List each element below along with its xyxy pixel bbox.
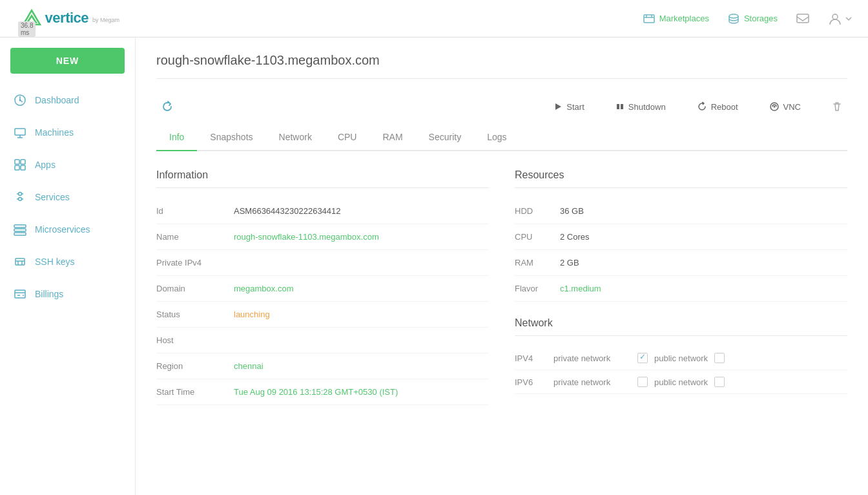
tab-info[interactable]: Info xyxy=(156,124,197,151)
services-icon xyxy=(13,190,27,204)
svg-point-14 xyxy=(19,193,22,196)
svg-rect-17 xyxy=(14,229,26,231)
refresh-icon xyxy=(161,101,173,112)
tab-cpu[interactable]: CPU xyxy=(325,124,370,151)
info-content: Information Id ASM6636443230222634412 Na… xyxy=(156,169,847,405)
delete-icon xyxy=(832,101,842,112)
storages-nav[interactable]: Storages xyxy=(727,12,778,25)
reboot-icon xyxy=(697,101,707,112)
status-value: launching xyxy=(234,310,270,319)
resource-row-cpu: CPU 2 Cores xyxy=(515,224,847,250)
svg-rect-12 xyxy=(15,165,19,170)
svg-rect-13 xyxy=(21,165,25,170)
info-row-domain: Domain megambox.com xyxy=(156,276,489,302)
ipv6-private-label: private network xyxy=(553,377,631,387)
content-inner: rough-snowflake-1103.megambox.com Start xyxy=(136,37,868,495)
sidebar-label-ssh-keys: SSH keys xyxy=(35,257,74,267)
information-title: Information xyxy=(156,169,489,188)
network-row-ipv6: IPV6 private network public network xyxy=(515,370,847,394)
sidebar-label-machines: Machines xyxy=(35,127,74,138)
resource-row-flavor: Flavor c1.medium xyxy=(515,276,847,302)
sidebar-label-microservices: Microservices xyxy=(35,224,90,235)
start-label: Start xyxy=(566,102,584,112)
svg-rect-11 xyxy=(21,160,25,164)
sidebar-label-dashboard: Dashboard xyxy=(35,95,79,105)
refresh-button[interactable] xyxy=(156,98,178,115)
user-icon xyxy=(828,12,842,26)
new-button[interactable]: NEW xyxy=(10,48,125,74)
logo: 36.8 ms vertice by Megam xyxy=(16,9,119,28)
delete-button[interactable] xyxy=(827,99,847,114)
marketplaces-nav[interactable]: Marketplaces xyxy=(643,12,709,25)
id-value: ASM6636443230222634412 xyxy=(234,206,341,216)
start-button[interactable]: Start xyxy=(548,100,589,114)
resources-section: Resources HDD 36 GB CPU 2 Cores RAM 2 GB xyxy=(515,169,847,405)
ipv4-private-checkbox[interactable] xyxy=(637,353,648,363)
cpu-value: 2 Cores xyxy=(560,232,590,242)
host-label: Host xyxy=(156,335,234,345)
sidebar-item-ssh-keys[interactable]: SSH keys xyxy=(0,246,135,278)
sidebar-label-billings: Billings xyxy=(35,289,63,299)
region-value: chennai xyxy=(234,361,264,371)
sidebar-item-dashboard[interactable]: Dashboard xyxy=(0,84,135,116)
flavor-label: Flavor xyxy=(515,284,560,293)
svg-rect-22 xyxy=(617,104,619,109)
sidebar-item-apps[interactable]: Apps xyxy=(0,149,135,181)
sidebar-item-services[interactable]: Services xyxy=(0,181,135,213)
sidebar-item-microservices[interactable]: Microservices xyxy=(0,213,135,246)
messages-icon xyxy=(796,12,810,26)
sidebar-item-billings[interactable]: Billings xyxy=(0,278,135,310)
start-icon xyxy=(553,102,563,111)
messages-icon-btn[interactable] xyxy=(796,12,810,26)
flavor-value: c1.medium xyxy=(560,284,601,293)
ssh-keys-icon xyxy=(13,255,27,269)
main-layout: NEW Dashboard Machines xyxy=(0,37,868,495)
sidebar-label-services: Services xyxy=(35,192,70,202)
svg-rect-16 xyxy=(14,225,26,227)
reboot-label: Reboot xyxy=(711,102,738,112)
sidebar-item-machines[interactable]: Machines xyxy=(0,116,135,149)
dashboard-icon xyxy=(13,93,27,107)
ipv6-public-label: public network xyxy=(654,377,708,387)
svg-rect-10 xyxy=(15,160,19,164)
vnc-button[interactable]: VNC xyxy=(764,99,806,114)
svg-rect-9 xyxy=(15,129,25,135)
tab-logs[interactable]: Logs xyxy=(474,124,519,151)
ipv6-private-checkbox[interactable] xyxy=(637,377,648,387)
svg-point-25 xyxy=(773,106,775,108)
vnc-label: VNC xyxy=(783,102,801,112)
tab-security[interactable]: Security xyxy=(416,124,475,151)
shutdown-button[interactable]: Shutdown xyxy=(610,100,671,114)
svg-rect-3 xyxy=(644,15,654,23)
tab-network[interactable]: Network xyxy=(266,124,325,151)
microservices-icon xyxy=(13,222,27,237)
storages-icon xyxy=(727,12,740,25)
svg-rect-20 xyxy=(15,290,25,298)
region-label: Region xyxy=(156,361,234,371)
user-menu[interactable] xyxy=(828,12,852,26)
resource-row-hdd: HDD 36 GB xyxy=(515,198,847,224)
ram-value: 2 GB xyxy=(560,258,579,268)
toolbar: Start Shutdown Reboot xyxy=(156,92,847,124)
svg-marker-21 xyxy=(555,103,561,110)
sidebar-label-apps: Apps xyxy=(35,160,56,170)
ipv6-label: IPV6 xyxy=(515,377,547,387)
svg-point-4 xyxy=(729,14,738,18)
machines-icon xyxy=(13,125,27,140)
svg-rect-18 xyxy=(14,233,26,235)
reboot-button[interactable]: Reboot xyxy=(692,99,743,114)
billings-icon xyxy=(13,287,27,301)
ipv6-public-checkbox[interactable] xyxy=(714,377,725,387)
cpu-label: CPU xyxy=(515,232,560,242)
ram-label: RAM xyxy=(515,258,560,268)
ipv4-public-label: public network xyxy=(654,353,708,363)
shutdown-label: Shutdown xyxy=(628,102,666,112)
name-value: rough-snowflake-1103.megambox.com xyxy=(234,232,379,242)
chevron-down-icon xyxy=(845,15,852,23)
tab-ram[interactable]: RAM xyxy=(369,124,415,151)
tab-snapshots[interactable]: Snapshots xyxy=(197,124,265,151)
ipv4-public-checkbox[interactable] xyxy=(714,353,725,363)
svg-point-8 xyxy=(19,100,21,101)
apps-icon xyxy=(13,158,27,172)
resource-row-ram: RAM 2 GB xyxy=(515,250,847,276)
